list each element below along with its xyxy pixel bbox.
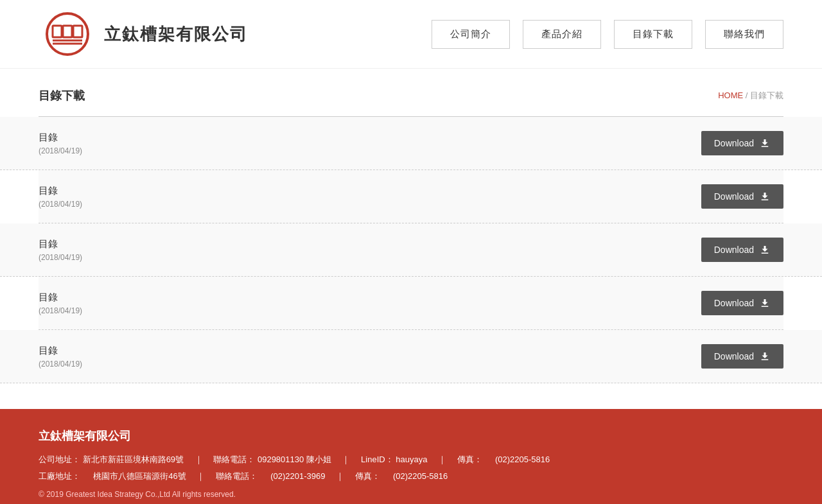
catalog-row-4: 目錄 (2018/04/19) Download [39, 277, 783, 330]
catalog-date-2: (2018/04/19) [39, 200, 82, 209]
header: 立鈦槽架有限公司 公司簡介 產品介紹 目錄下載 聯絡我們 [0, 0, 822, 69]
download-btn-3[interactable]: Download [701, 238, 783, 262]
catalog-name-5: 目錄 [39, 345, 82, 357]
svg-rect-2 [63, 26, 72, 37]
download-icon-2 [759, 191, 771, 202]
svg-rect-3 [73, 26, 82, 37]
download-btn-1[interactable]: Download [701, 131, 783, 155]
footer-factory-info: 工廠地址： 桃園市八德區瑞源街46號 ｜ 聯絡電話： (02)2201-3969… [39, 468, 783, 485]
catalog-info-5: 目錄 (2018/04/19) [39, 345, 82, 369]
footer-copyright: © 2019 Greatest Idea Strategy Co.,Ltd Al… [39, 490, 783, 499]
catalog-name-2: 目錄 [39, 185, 82, 197]
footer-company-name: 立鈦槽架有限公司 [39, 428, 783, 444]
catalog-row-5: 目錄 (2018/04/19) Download [0, 330, 822, 383]
breadcrumb-current: 目錄下載 [750, 91, 783, 100]
nav-products[interactable]: 產品介紹 [523, 20, 601, 49]
catalog-date-5: (2018/04/19) [39, 360, 82, 369]
catalog-row-3: 目錄 (2018/04/19) Download [0, 223, 822, 277]
download-btn-5[interactable]: Download [701, 344, 783, 369]
nav-company[interactable]: 公司簡介 [432, 20, 510, 49]
download-label-5: Download [714, 351, 754, 361]
breadcrumb-separator: / [746, 91, 750, 100]
download-btn-2[interactable]: Download [701, 184, 783, 209]
logo-icon [39, 12, 96, 56]
download-icon-1 [759, 137, 771, 149]
main-nav: 公司簡介 產品介紹 目錄下載 聯絡我們 [432, 20, 783, 49]
footer-factory-fax-label: 傳真： [355, 471, 380, 481]
footer-fax-label: 傳真： [457, 455, 482, 464]
page-title: 目錄下載 [39, 88, 85, 103]
catalog-name-4: 目錄 [39, 291, 82, 304]
nav-contact[interactable]: 聯絡我們 [705, 20, 783, 49]
breadcrumb-bar: 目錄下載 HOME / 目錄下載 [0, 69, 822, 110]
catalog-name-3: 目錄 [39, 238, 82, 250]
svg-rect-1 [53, 26, 62, 37]
footer: 立鈦槽架有限公司 公司地址： 新北市新莊區境林南路69號 ｜ 聯絡電話： 092… [0, 409, 822, 504]
footer-factory-label: 工廠地址： [39, 471, 80, 481]
footer-info: 公司地址： 新北市新莊區境林南路69號 ｜ 聯絡電話： 0929801130 陳… [39, 451, 783, 468]
footer-factory-phone-label: 聯絡電話： [216, 471, 258, 481]
catalog-date-4: (2018/04/19) [39, 306, 82, 315]
footer-factory-phone: (02)2201-3969 [270, 471, 325, 481]
catalog-row-1: 目錄 (2018/04/19) Download [0, 117, 822, 170]
nav-catalog[interactable]: 目錄下載 [614, 20, 692, 49]
footer-address-label: 公司地址： [39, 455, 80, 464]
logo-area: 立鈦槽架有限公司 [39, 12, 248, 56]
main-content: 目錄 (2018/04/19) Download 目錄 (2018/04/19)… [0, 110, 822, 409]
footer-lineid-label: LineID： [361, 455, 394, 464]
catalog-info-4: 目錄 (2018/04/19) [39, 291, 82, 315]
download-label-3: Download [714, 245, 754, 255]
footer-lineid: hauyaya [396, 455, 427, 464]
download-label-2: Download [714, 191, 754, 202]
download-icon-4 [759, 297, 771, 309]
breadcrumb: HOME / 目錄下載 [718, 90, 783, 101]
footer-phone: 0929801130 陳小姐 [258, 455, 331, 464]
footer-factory-fax: (02)2205-5816 [393, 471, 448, 481]
download-label-1: Download [714, 138, 754, 148]
logo-text: 立鈦槽架有限公司 [104, 23, 248, 46]
catalog-date-1: (2018/04/19) [39, 146, 82, 155]
download-btn-4[interactable]: Download [701, 291, 783, 315]
catalog-name-1: 目錄 [39, 132, 82, 144]
footer-phone-label: 聯絡電話： [213, 455, 255, 464]
catalog-info-1: 目錄 (2018/04/19) [39, 132, 82, 155]
footer-fax: (02)2205-5816 [495, 455, 550, 464]
catalog-date-3: (2018/04/19) [39, 253, 82, 262]
download-label-4: Download [714, 298, 754, 308]
footer-factory: 桃園市八德區瑞源街46號 [93, 471, 186, 481]
footer-address: 新北市新莊區境林南路69號 [83, 455, 184, 464]
catalog-row-2: 目錄 (2018/04/19) Download [39, 170, 783, 223]
breadcrumb-home[interactable]: HOME [718, 91, 743, 100]
catalog-info-2: 目錄 (2018/04/19) [39, 185, 82, 209]
download-icon-3 [759, 244, 771, 256]
download-icon-5 [759, 351, 771, 362]
catalog-info-3: 目錄 (2018/04/19) [39, 238, 82, 262]
